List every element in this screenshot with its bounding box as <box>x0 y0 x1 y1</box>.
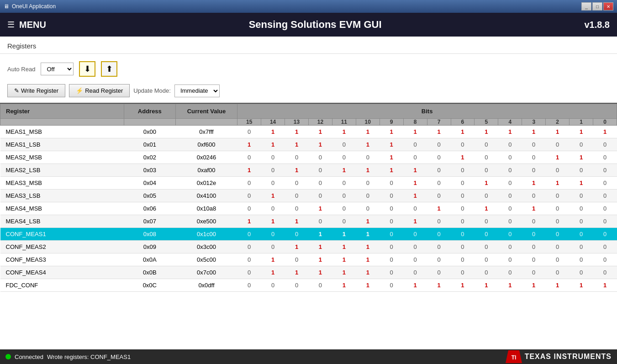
maximize-button[interactable]: □ <box>592 2 602 11</box>
table-row[interactable]: MEAS1_MSB0x000x7fff0111111111111111 <box>0 126 617 138</box>
minimize-button[interactable]: _ <box>581 2 591 11</box>
hamburger-icon[interactable]: ☰ <box>7 20 15 30</box>
cell-bit-5: 1 <box>475 126 498 138</box>
cell-bit-5: 0 <box>475 241 498 253</box>
table-row[interactable]: CONF_MEAS10x080x1c000001110000000000 <box>0 228 617 241</box>
action-row: ✎ Write Register ⚡ Read Register Update … <box>0 80 617 103</box>
cell-bit-8: 1 <box>403 190 427 202</box>
status-bar: Connected Wrote registers: CONF_MEAS1 TI… <box>0 349 617 364</box>
table-row[interactable]: MEAS1_LSB0x010xf6001111011000000000 <box>0 138 617 151</box>
table-row[interactable]: CONF_MEAS20x090x3c000011110000000000 <box>0 241 617 253</box>
cell-bit-10: 1 <box>356 253 380 266</box>
write-register-button[interactable]: ✎ Write Register <box>7 84 65 97</box>
cell-bit-6: 0 <box>451 241 475 253</box>
cell-bit-2: 0 <box>546 228 570 241</box>
cell-bit-11: 1 <box>332 266 356 279</box>
table-row[interactable]: CONF_MEAS40x0B0x7c000111110000000000 <box>0 266 617 279</box>
cell-bit-5: 0 <box>475 253 498 266</box>
cell-bit-0: 0 <box>593 190 617 202</box>
cell-bit-9: 1 <box>380 151 403 164</box>
cell-bit-4: 0 <box>498 190 522 202</box>
cell-bit-12: 1 <box>308 126 332 138</box>
registers-header: Registers <box>0 37 617 54</box>
cell-bit-10: 1 <box>356 228 380 241</box>
table-row[interactable]: MEAS3_LSB0x050x41000100000100000000 <box>0 190 617 202</box>
cell-bit-9: 0 <box>380 177 403 190</box>
window-controls: _ □ ✕ <box>581 2 613 11</box>
cell-bit-8: 1 <box>403 126 427 138</box>
version-label: v1.8.8 <box>584 20 610 30</box>
cell-bit-8: 0 <box>403 228 427 241</box>
cell-bit-1: 0 <box>570 138 593 151</box>
cell-bit-3: 0 <box>522 266 546 279</box>
cell-bit-9: 1 <box>380 126 403 138</box>
cell-bit-9: 0 <box>380 202 403 215</box>
cell-bit-4: 1 <box>498 279 522 292</box>
cell-bit-13: 1 <box>285 138 309 151</box>
cell-register: MEAS2_LSB <box>0 164 124 177</box>
cell-bit-15: 0 <box>237 266 261 279</box>
cell-bit-9: 0 <box>380 266 403 279</box>
cell-bit-6: 1 <box>451 279 475 292</box>
col-header-address: Address <box>124 104 175 119</box>
status-message: Wrote registers: CONF_MEAS1 <box>47 353 131 360</box>
bit-col-14: 14 <box>261 119 285 126</box>
auto-read-label: Auto Read <box>7 66 35 73</box>
cell-bit-7: 0 <box>427 228 451 241</box>
cell-value: 0xe500 <box>175 215 237 228</box>
cell-bit-11: 0 <box>332 190 356 202</box>
table-row[interactable]: MEAS4_MSB0x060x10a80001000010101000 <box>0 202 617 215</box>
cell-bit-3: 0 <box>522 253 546 266</box>
bit-col-4: 4 <box>498 119 522 126</box>
cell-bit-8: 1 <box>403 164 427 177</box>
cell-bit-15: 0 <box>237 279 261 292</box>
cell-bit-5: 0 <box>475 266 498 279</box>
table-row[interactable]: CONF_MEAS30x0A0x5c000101110000000000 <box>0 253 617 266</box>
cell-bit-1: 1 <box>570 279 593 292</box>
cell-bit-2: 1 <box>546 279 570 292</box>
table-row[interactable]: MEAS2_MSB0x020x02460000001001000110 <box>0 151 617 164</box>
cell-bit-2: 0 <box>546 138 570 151</box>
cell-bit-12: 0 <box>308 151 332 164</box>
cell-bit-2: 0 <box>546 190 570 202</box>
upload-button[interactable]: ⬆ <box>101 61 117 77</box>
table-row[interactable]: MEAS3_MSB0x040x012e0000000100101110 <box>0 177 617 190</box>
download-button[interactable]: ⬇ <box>79 61 95 77</box>
cell-address: 0x09 <box>124 241 175 253</box>
cell-bit-9: 1 <box>380 164 403 177</box>
cell-bit-8: 1 <box>403 279 427 292</box>
cell-bit-2: 0 <box>546 241 570 253</box>
cell-bit-10: 1 <box>356 279 380 292</box>
cell-bit-7: 0 <box>427 215 451 228</box>
cell-bit-12: 1 <box>308 138 332 151</box>
cell-bit-1: 0 <box>570 190 593 202</box>
cell-bit-4: 0 <box>498 253 522 266</box>
update-mode-select[interactable]: Immediate Deferred <box>174 84 220 97</box>
cell-bit-8: 0 <box>403 266 427 279</box>
close-button[interactable]: ✕ <box>603 2 613 11</box>
ti-logo-icon: TI <box>506 350 522 363</box>
read-register-button[interactable]: ⚡ Read Register <box>69 84 130 97</box>
cell-bit-4: 0 <box>498 138 522 151</box>
cell-register: MEAS4_LSB <box>0 215 124 228</box>
cell-bit-5: 0 <box>475 190 498 202</box>
cell-bit-1: 1 <box>570 177 593 190</box>
cell-bit-5: 0 <box>475 138 498 151</box>
connected-label: Connected <box>15 353 43 360</box>
cell-bit-10: 1 <box>356 266 380 279</box>
table-row[interactable]: MEAS2_LSB0x030xaf001010111100000000 <box>0 164 617 177</box>
auto-read-select[interactable]: Off On <box>41 63 74 75</box>
cell-bit-10: 0 <box>356 151 380 164</box>
svg-text:TI: TI <box>511 354 516 361</box>
table-row[interactable]: MEAS4_LSB0x070xe5001110010100000000 <box>0 215 617 228</box>
cell-bit-13: 0 <box>285 228 309 241</box>
cell-bit-0: 0 <box>593 202 617 215</box>
title-bar: 🖥 OneUI Application _ □ ✕ <box>0 0 617 13</box>
cell-bit-3: 0 <box>522 241 546 253</box>
cell-bit-4: 0 <box>498 177 522 190</box>
cell-bit-10: 0 <box>356 202 380 215</box>
cell-address: 0x04 <box>124 177 175 190</box>
cell-bit-3: 0 <box>522 138 546 151</box>
cell-value: 0x7c00 <box>175 266 237 279</box>
table-row[interactable]: FDC_CONF0x0C0x0dff0000110111111111 <box>0 279 617 292</box>
